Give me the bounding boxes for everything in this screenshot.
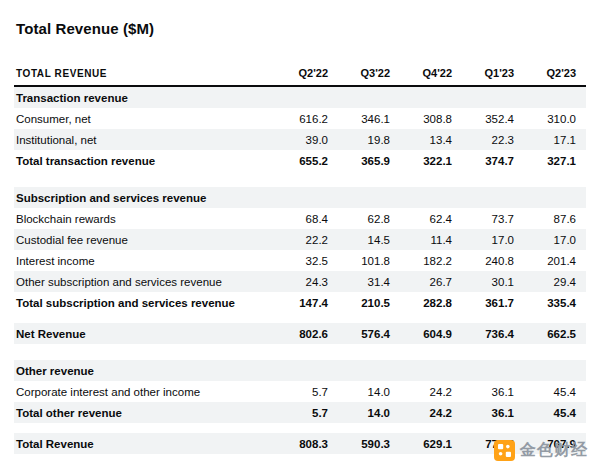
cell-value: 604.9	[400, 325, 462, 343]
cell-value: 19.8	[338, 131, 400, 149]
cell-value: 32.5	[276, 252, 338, 270]
jinse-finance-logo-icon	[494, 440, 515, 461]
cell-value: 22.3	[462, 131, 524, 149]
table-header-row: TOTAL REVENUE Q2'22Q3'22Q4'22Q1'23Q2'23	[14, 61, 586, 87]
cell-value: 352.4	[462, 110, 524, 128]
row-label: Other subscription and services revenue	[14, 273, 276, 291]
cell-value: 808.3	[276, 435, 338, 453]
table-row: Other revenue	[14, 360, 586, 381]
cell-value: 361.7	[462, 294, 524, 312]
cell-value: 335.4	[524, 294, 586, 312]
table-row: Institutional, net39.019.813.422.317.1	[14, 129, 586, 150]
cell-value: 655.2	[276, 152, 338, 170]
row-label: Custodial fee revenue	[14, 231, 276, 249]
cell-value: 365.9	[338, 152, 400, 170]
row-label: Transaction revenue	[14, 89, 586, 107]
row-label: Total subscription and services revenue	[14, 294, 276, 312]
cell-value: 30.1	[462, 273, 524, 291]
row-spacer	[14, 171, 586, 187]
watermark-text: 金色财经	[520, 440, 588, 461]
cell-value: 182.2	[400, 252, 462, 270]
cell-value: 87.6	[524, 210, 586, 228]
table-corner-label: TOTAL REVENUE	[14, 65, 276, 82]
row-label: Total Revenue	[14, 435, 276, 453]
cell-value: 282.8	[400, 294, 462, 312]
cell-value: 662.5	[524, 325, 586, 343]
cell-value: 68.4	[276, 210, 338, 228]
revenue-table: TOTAL REVENUE Q2'22Q3'22Q4'22Q1'23Q2'23 …	[14, 61, 586, 454]
cell-value: 36.1	[462, 404, 524, 422]
row-label: Total transaction revenue	[14, 152, 276, 170]
cell-value: 62.8	[338, 210, 400, 228]
cell-value: 308.8	[400, 110, 462, 128]
cell-value: 736.4	[462, 325, 524, 343]
cell-value: 147.4	[276, 294, 338, 312]
cell-value: 629.1	[400, 435, 462, 453]
cell-value: 17.0	[462, 231, 524, 249]
row-label: Net Revenue	[14, 325, 276, 343]
row-label: Other revenue	[14, 362, 586, 380]
cell-value: 576.4	[338, 325, 400, 343]
column-header: Q4'22	[400, 64, 462, 82]
cell-value: 101.8	[338, 252, 400, 270]
table-row: Total transaction revenue655.2365.9322.1…	[14, 150, 586, 171]
row-spacer	[14, 344, 586, 360]
table-row: Total subscription and services revenue1…	[14, 292, 586, 313]
row-label: Consumer, net	[14, 110, 276, 128]
column-header: Q3'22	[338, 64, 400, 82]
cell-value: 374.7	[462, 152, 524, 170]
cell-value: 327.1	[524, 152, 586, 170]
cell-value: 240.8	[462, 252, 524, 270]
cell-value: 17.0	[524, 231, 586, 249]
cell-value: 5.7	[276, 383, 338, 401]
table-row: Total other revenue5.714.024.236.145.4	[14, 402, 586, 423]
cell-value: 24.2	[400, 383, 462, 401]
page-title: Total Revenue ($M)	[16, 20, 586, 37]
table-row: Custodial fee revenue22.214.511.417.017.…	[14, 229, 586, 250]
cell-value: 31.4	[338, 273, 400, 291]
cell-value: 17.1	[524, 131, 586, 149]
cell-value: 45.4	[524, 404, 586, 422]
cell-value: 26.7	[400, 273, 462, 291]
cell-value: 62.4	[400, 210, 462, 228]
table-row: Transaction revenue	[14, 87, 586, 108]
row-spacer	[14, 423, 586, 433]
cell-value: 13.4	[400, 131, 462, 149]
cell-value: 45.4	[524, 383, 586, 401]
row-label: Institutional, net	[14, 131, 276, 149]
column-header: Q2'22	[276, 64, 338, 82]
cell-value: 616.2	[276, 110, 338, 128]
cell-value: 24.2	[400, 404, 462, 422]
column-header: Q2'23	[524, 64, 586, 82]
cell-value: 322.1	[400, 152, 462, 170]
table-row: Other subscription and services revenue2…	[14, 271, 586, 292]
cell-value: 39.0	[276, 131, 338, 149]
cell-value: 29.4	[524, 273, 586, 291]
cell-value: 14.0	[338, 383, 400, 401]
cell-value: 11.4	[400, 231, 462, 249]
table-row: Interest income32.5101.8182.2240.8201.4	[14, 250, 586, 271]
cell-value: 5.7	[276, 404, 338, 422]
row-label: Total other revenue	[14, 404, 276, 422]
cell-value: 36.1	[462, 383, 524, 401]
revenue-report-page: Total Revenue ($M) TOTAL REVENUE Q2'22Q3…	[0, 0, 600, 454]
cell-value: 802.6	[276, 325, 338, 343]
cell-value: 310.0	[524, 110, 586, 128]
table-row: Blockchain rewards68.462.862.473.787.6	[14, 208, 586, 229]
row-label: Interest income	[14, 252, 276, 270]
row-label: Corporate interest and other income	[14, 383, 276, 401]
row-spacer	[14, 313, 586, 323]
row-label: Subscription and services revenue	[14, 189, 586, 207]
cell-value: 73.7	[462, 210, 524, 228]
column-header: Q1'23	[462, 64, 524, 82]
table-row: Net Revenue802.6576.4604.9736.4662.5	[14, 323, 586, 344]
table-row: Subscription and services revenue	[14, 187, 586, 208]
table-body: Transaction revenueConsumer, net616.2346…	[14, 87, 586, 454]
watermark: 金色财经	[494, 440, 588, 461]
cell-value: 346.1	[338, 110, 400, 128]
cell-value: 210.5	[338, 294, 400, 312]
cell-value: 14.0	[338, 404, 400, 422]
cell-value: 201.4	[524, 252, 586, 270]
cell-value: 14.5	[338, 231, 400, 249]
cell-value: 22.2	[276, 231, 338, 249]
